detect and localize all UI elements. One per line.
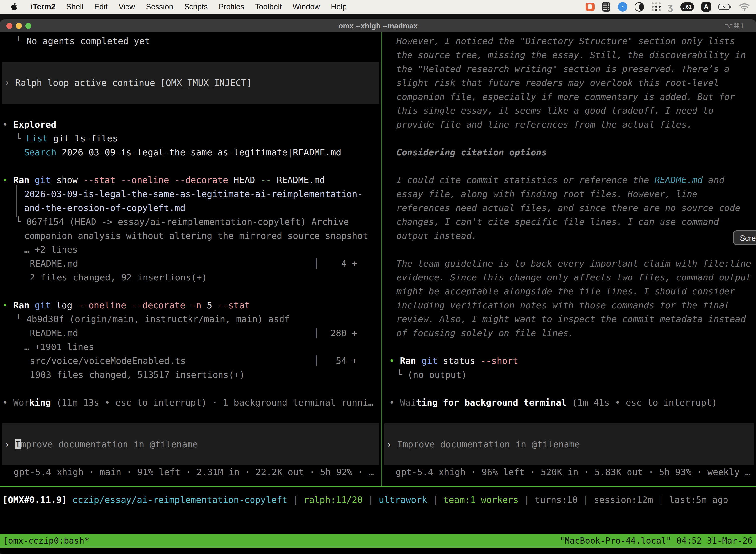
terminal-line: └ (no output) — [397, 368, 467, 382]
text-segment: companion file, especially if more comme… — [396, 92, 735, 102]
menu-item-help[interactable]: Help — [325, 2, 352, 11]
terminal-line: • Ran git show --stat --oneline --decora… — [2, 173, 325, 187]
apple-menu-icon[interactable] — [10, 2, 18, 12]
terminal-line: • Ran git log --oneline --decorate -n 5 … — [2, 298, 250, 312]
text-segment: … +1901 lines — [24, 342, 94, 352]
terminal-line: and-the-erosion-of-copyleft.md — [24, 201, 185, 215]
text-segment: • — [2, 397, 13, 407]
terminal-line: Search 2026-03-09-is-legal-the-same-as-l… — [24, 146, 341, 159]
menu-item-window[interactable]: Window — [287, 2, 325, 11]
text-segment: and-the-erosion-of-copyleft.md — [24, 203, 185, 213]
text-segment: might be acceptable alongside the file l… — [396, 286, 735, 296]
text-segment — [29, 175, 35, 185]
text-segment: output instead. — [396, 231, 477, 241]
terminal-line: The team guideline is to back every impo… — [396, 257, 751, 271]
menu-bar-status-icons: ʒ ..61 A — [586, 2, 756, 12]
text-segment: 2 files changed, 92 insertions(+) — [30, 272, 207, 282]
terminal-line: 2026-03-09-is-legal-the-same-as-legitima… — [24, 187, 363, 201]
terminal-line: essay file, along with finding root file… — [396, 187, 697, 201]
terminal-pane-left[interactable]: └ No agents completed yet› Ralph loop ac… — [0, 32, 381, 486]
menu-item-view[interactable]: View — [113, 2, 141, 11]
window-title: omx --xhigh --madmax — [0, 19, 756, 32]
text-segment — [67, 495, 72, 505]
session-status-line: gpt-5.4 xhigh · main · 91% left · 2.31M … — [14, 465, 374, 479]
text-segment: ting for background terminal — [416, 397, 567, 407]
screen: { "menubar": { "app": "iTerm2", "items":… — [0, 0, 756, 554]
input-source-icon[interactable]: A — [701, 2, 711, 12]
text-segment: cczip/essay/ai-reimplementation-copyleft — [72, 495, 288, 505]
terminal-line: review. Also, I might want to inspect th… — [396, 312, 746, 326]
iterm2-window: omx --xhigh --madmax ⌥⌘1 └ No agents com… — [0, 19, 756, 554]
text-segment: companion analysis without altering the … — [24, 231, 368, 241]
text-segment: --stat — [217, 300, 250, 310]
messenger-bolt-icon[interactable] — [618, 2, 627, 12]
terminal-line: • Explored — [2, 118, 56, 131]
text-segment: (11m 13s • esc to interrupt) · 1 backgro… — [51, 397, 373, 407]
text-segment: team:1 workers — [443, 495, 518, 505]
text-segment: › — [4, 78, 15, 88]
text-segment: └ — [16, 133, 26, 144]
terminal-line: 1903 files changed, 513517 insertions(+) — [30, 368, 245, 382]
keypad-shield-icon[interactable] — [602, 2, 611, 12]
window-title-bar[interactable]: omx --xhigh --madmax ⌥⌘1 — [0, 19, 756, 32]
terminal-line: └ List git ls-files — [16, 131, 118, 146]
battery-icon[interactable] — [718, 3, 732, 11]
dragon-icon[interactable]: ʒ — [668, 2, 673, 11]
terminal-line: provide file and line references from th… — [396, 118, 692, 131]
text-segment: (no output) — [407, 370, 466, 380]
ralph-loop-line: › Ralph loop active continue [OMX_TMUX_I… — [4, 76, 252, 90]
text-segment: └ — [397, 370, 407, 380]
screen-notification-overlay[interactable]: Scre — [733, 230, 756, 245]
text-segment: of focusing solely on file lines. — [396, 328, 574, 338]
terminal-line: changes, I can't cite specific file line… — [396, 215, 719, 229]
wifi-icon[interactable] — [739, 3, 750, 11]
menu-items: ShellEditViewSessionScriptsProfilesToolb… — [61, 2, 352, 11]
text-segment: └ — [16, 36, 26, 46]
text-segment: essay file, along with finding root file… — [396, 189, 697, 199]
text-segment: | — [519, 495, 535, 505]
working-status-line: • Working (11m 13s • esc to interrupt) ·… — [2, 396, 374, 409]
text-segment: and — [703, 175, 724, 185]
menu-item-shell[interactable]: Shell — [61, 2, 89, 11]
text-segment: gpt-5.4 xhigh · 96% left · 520K in · 5.8… — [396, 467, 750, 477]
battery-percent-badge[interactable]: ..61 — [680, 2, 694, 11]
text-segment: However, I noticed the "Directory Struct… — [396, 36, 735, 46]
text-segment: │ 280 + — [314, 326, 357, 340]
text-segment: │ 4 + — [314, 257, 357, 271]
text-segment: … +2 lines — [24, 244, 78, 255]
menu-item-edit[interactable]: Edit — [89, 2, 113, 11]
tmux-window-tab[interactable]: [omx-cczip0:bash* — [3, 534, 89, 548]
tree-connector — [16, 185, 17, 217]
terminal-pane-right[interactable]: However, I noticed the "Directory Struct… — [382, 32, 756, 486]
text-segment: The team guideline is to back every impo… — [396, 258, 751, 269]
text-segment: gpt-5.4 xhigh · main · 91% left · 2.31M … — [14, 467, 374, 477]
text-segment: • — [2, 119, 13, 129]
text-segment: | — [427, 495, 443, 505]
text-segment: git — [35, 300, 51, 310]
thinking-heading: Considering citation options — [396, 146, 547, 159]
terminal-line: README.md│ 280 + — [30, 326, 78, 340]
text-segment: └ — [16, 314, 26, 324]
terminal-line: I could cite commit statistics or refere… — [396, 173, 724, 187]
text-segment: this single essay, it seems like a good … — [396, 106, 713, 116]
chat-bubble-icon[interactable] — [586, 3, 594, 11]
app-grid-icon[interactable] — [651, 2, 660, 11]
text-segment: | — [288, 495, 304, 505]
menu-item-scripts[interactable]: Scripts — [179, 2, 213, 11]
text-segment: 1903 files changed, 513517 insertions(+) — [30, 370, 245, 380]
text-segment: Explored — [13, 119, 56, 129]
menu-item-profiles[interactable]: Profiles — [213, 2, 250, 11]
text-segment: [OMX#0.11.9] — [2, 495, 67, 505]
menu-item-app[interactable]: iTerm2 — [25, 2, 61, 11]
text-segment: log — [51, 300, 78, 310]
text-segment: Considering citation options — [396, 147, 547, 157]
menu-item-session[interactable]: Session — [140, 2, 179, 11]
text-segment: src/voice/voiceModeEnabled.ts — [30, 356, 186, 366]
terminal-line: … +1901 lines — [24, 340, 94, 354]
terminal-line: README.md│ 4 + — [30, 257, 78, 271]
text-segment: mprove documentation in @filename — [20, 439, 198, 449]
text-segment: No agents completed yet — [26, 36, 150, 46]
moon-crescent-icon[interactable] — [635, 2, 644, 12]
menu-item-toolbelt[interactable]: Toolbelt — [250, 2, 287, 11]
terminal-line: • Ran git status --short — [389, 354, 518, 368]
